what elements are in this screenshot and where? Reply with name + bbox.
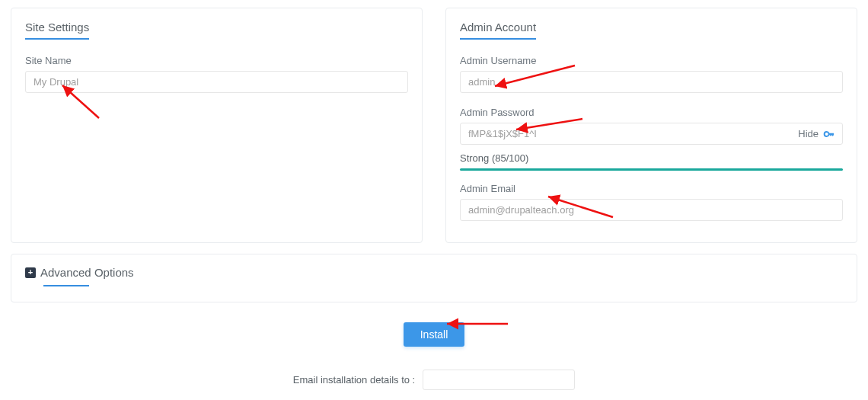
advanced-options-toggle[interactable]: + Advanced Options	[25, 266, 134, 283]
key-icon	[823, 128, 835, 140]
password-strength-text: Strong (85/100)	[460, 152, 843, 164]
site-settings-panel: Site Settings Site Name	[11, 8, 423, 243]
password-strength-bar	[460, 168, 843, 171]
admin-password-label: Admin Password	[460, 107, 843, 118]
email-details-input[interactable]	[423, 370, 575, 390]
admin-account-panel: Admin Account Admin Username Admin Passw…	[445, 8, 857, 243]
admin-email-input[interactable]	[460, 199, 843, 221]
advanced-underline	[43, 285, 89, 286]
admin-password-input[interactable]	[460, 123, 843, 145]
email-details-label: Email installation details to :	[293, 374, 415, 386]
site-settings-title: Site Settings	[25, 21, 89, 40]
advanced-options-panel: + Advanced Options	[11, 254, 857, 302]
admin-account-title: Admin Account	[460, 21, 536, 40]
hide-label: Hide	[798, 128, 819, 139]
site-name-label: Site Name	[25, 55, 408, 66]
admin-username-input[interactable]	[460, 71, 843, 93]
site-name-input[interactable]	[25, 71, 408, 93]
admin-username-label: Admin Username	[460, 55, 843, 66]
plus-icon: +	[25, 267, 36, 278]
install-button[interactable]: Install	[404, 322, 465, 347]
advanced-options-label: Advanced Options	[40, 266, 134, 279]
admin-email-label: Admin Email	[460, 183, 843, 194]
password-hide-toggle[interactable]: Hide	[798, 128, 835, 140]
